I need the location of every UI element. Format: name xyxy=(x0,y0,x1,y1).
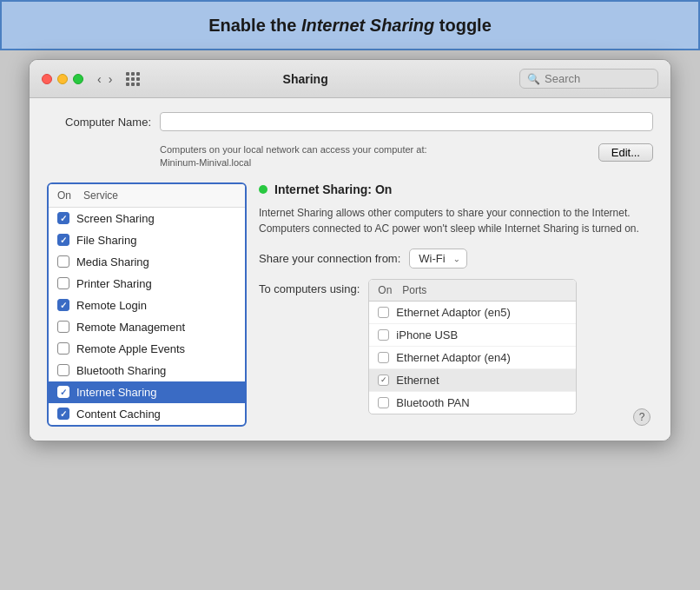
titlebar: ‹ › Sharing 🔍 xyxy=(30,60,670,98)
service-label-1: File Sharing xyxy=(76,234,136,247)
service-label-5: Remote Management xyxy=(76,321,185,334)
service-label-7: Bluetooth Sharing xyxy=(76,364,166,377)
checkbox-3[interactable] xyxy=(57,277,69,289)
search-input[interactable] xyxy=(545,72,640,85)
wifi-select[interactable]: Wi-Fi xyxy=(409,249,467,268)
traffic-lights xyxy=(42,74,83,84)
grid-icon[interactable] xyxy=(126,72,140,86)
checkbox-4[interactable] xyxy=(57,299,69,311)
edit-button[interactable]: Edit... xyxy=(598,143,653,162)
service-label-8: Internet Sharing xyxy=(76,386,157,399)
port-item-1[interactable]: iPhone USB xyxy=(369,324,576,347)
share-from-label: Share your connection from: xyxy=(259,252,400,265)
service-label-0: Screen Sharing xyxy=(76,212,155,225)
back-button[interactable]: ‹ xyxy=(96,72,103,86)
port-checkbox-1[interactable] xyxy=(378,329,389,341)
sidebar-item-remote-management[interactable]: Remote Management xyxy=(49,316,245,338)
ports-table: On Ports Ethernet Adaptor (en5)iPhone US… xyxy=(368,279,577,414)
checkbox-0[interactable] xyxy=(57,212,69,224)
sidebar-item-remote-apple-events[interactable]: Remote Apple Events xyxy=(49,338,245,360)
minimize-button[interactable] xyxy=(57,74,68,84)
banner-text-prefix: Enable the xyxy=(208,16,301,35)
main-content: Computer Name: Computers on your local n… xyxy=(30,98,670,441)
port-item-3[interactable]: Ethernet xyxy=(369,369,576,392)
port-item-0[interactable]: Ethernet Adaptor (en5) xyxy=(369,302,576,324)
nav-arrows: ‹ › xyxy=(96,72,114,86)
service-label-9: Content Caching xyxy=(76,408,161,421)
sidebar-item-file-sharing[interactable]: File Sharing xyxy=(49,229,245,251)
port-label-0: Ethernet Adaptor (en5) xyxy=(396,306,511,319)
ports-list: Ethernet Adaptor (en5)iPhone USBEthernet… xyxy=(369,302,576,414)
right-panel: Internet Sharing: On Internet Sharing al… xyxy=(259,182,653,427)
service-label-3: Printer Sharing xyxy=(76,277,152,290)
fullscreen-button[interactable] xyxy=(73,74,83,84)
sidebar-item-internet-sharing[interactable]: Internet Sharing xyxy=(49,381,245,403)
help-button[interactable]: ? xyxy=(633,408,650,426)
header-service: Service xyxy=(83,189,236,202)
sidebar-item-screen-sharing[interactable]: Screen Sharing xyxy=(49,208,245,229)
checkbox-6[interactable] xyxy=(57,342,69,355)
banner-text-suffix: toggle xyxy=(434,16,492,35)
search-icon: 🔍 xyxy=(527,73,540,85)
close-button[interactable] xyxy=(42,74,52,84)
service-list: Screen SharingFile SharingMedia SharingP… xyxy=(49,208,245,425)
header-on: On xyxy=(57,189,83,202)
computer-name-subrow: Computers on your local network can acce… xyxy=(47,143,653,170)
status-text: Internet Sharing: On xyxy=(274,182,392,196)
checkbox-5[interactable] xyxy=(57,321,69,333)
port-item-2[interactable]: Ethernet Adaptor (en4) xyxy=(369,347,576,369)
two-col-layout: On Service Screen SharingFile SharingMed… xyxy=(47,182,653,427)
wifi-select-wrapper[interactable]: Wi-Fi xyxy=(409,249,467,268)
status-green-dot xyxy=(259,185,267,194)
computer-name-row: Computer Name: xyxy=(47,112,653,131)
computer-name-label: Computer Name: xyxy=(47,116,151,129)
share-from-row: Share your connection from: Wi-Fi xyxy=(259,249,653,268)
to-computers-label: To computers using: xyxy=(259,279,360,295)
ports-header: On Ports xyxy=(369,280,576,302)
window-title: Sharing xyxy=(152,72,459,86)
port-checkbox-4[interactable] xyxy=(378,397,389,408)
service-label-4: Remote Login xyxy=(76,299,147,312)
service-label-6: Remote Apple Events xyxy=(76,342,185,355)
to-computers-row: To computers using: On Ports Ethernet Ad… xyxy=(259,279,653,414)
sidebar-item-bluetooth-sharing[interactable]: Bluetooth Sharing xyxy=(49,360,245,381)
service-label-2: Media Sharing xyxy=(76,255,149,268)
services-sidebar: On Service Screen SharingFile SharingMed… xyxy=(47,182,247,427)
port-checkbox-2[interactable] xyxy=(378,352,389,363)
sidebar-item-content-caching[interactable]: Content Caching xyxy=(49,403,245,425)
computer-name-hint: Computers on your local network can acce… xyxy=(160,143,590,170)
checkbox-1[interactable] xyxy=(57,234,69,246)
status-row: Internet Sharing: On xyxy=(259,182,653,196)
computer-name-input[interactable] xyxy=(160,112,653,131)
port-label-1: iPhone USB xyxy=(396,328,458,341)
checkbox-2[interactable] xyxy=(57,255,69,268)
search-bar[interactable]: 🔍 xyxy=(519,69,658,89)
checkbox-8[interactable] xyxy=(57,386,69,398)
checkbox-9[interactable] xyxy=(57,408,69,420)
sidebar-item-remote-login[interactable]: Remote Login xyxy=(49,295,245,316)
sidebar-item-printer-sharing[interactable]: Printer Sharing xyxy=(49,273,245,295)
port-label-2: Ethernet Adaptor (en4) xyxy=(396,351,511,364)
port-checkbox-3[interactable] xyxy=(378,375,389,386)
sidebar-header: On Service xyxy=(49,184,245,208)
port-checkbox-0[interactable] xyxy=(378,307,389,318)
port-label-3: Ethernet xyxy=(396,374,439,387)
port-item-4[interactable]: Bluetooth PAN xyxy=(369,392,576,414)
checkbox-7[interactable] xyxy=(57,364,69,376)
ports-header-ports: Ports xyxy=(402,284,567,296)
ports-header-on: On xyxy=(378,284,395,296)
port-label-4: Bluetooth PAN xyxy=(396,396,469,409)
instruction-banner: Enable the Internet Sharing toggle xyxy=(0,0,700,50)
description-text: Internet Sharing allows other computers … xyxy=(259,205,653,236)
sidebar-item-media-sharing[interactable]: Media Sharing xyxy=(49,251,245,273)
banner-text-italic: Internet Sharing xyxy=(301,16,434,35)
macos-window: ‹ › Sharing 🔍 Computer Name: Computers o… xyxy=(29,59,671,441)
forward-button[interactable]: › xyxy=(107,72,115,86)
